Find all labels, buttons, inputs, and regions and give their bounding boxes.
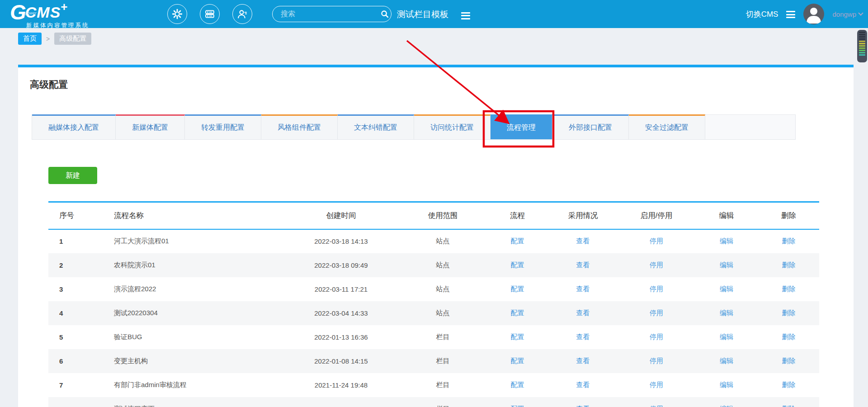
- switch-cms-button[interactable]: 切换CMS: [746, 9, 778, 19]
- delete-link: 删除: [758, 253, 819, 277]
- adoption-view-link[interactable]: 查看: [576, 405, 590, 407]
- enable-disable-link[interactable]: 停用: [650, 333, 663, 341]
- flow-config-link: 配置: [487, 277, 548, 301]
- adoption-view-link[interactable]: 查看: [576, 285, 590, 293]
- tab-3[interactable]: 转发重用配置: [185, 114, 261, 139]
- app-logo[interactable]: G CMS + power 新媒体内容管理系统: [10, 2, 90, 29]
- enable-disable-link[interactable]: 停用: [650, 237, 663, 245]
- enable-disable-link: 停用: [618, 277, 695, 301]
- row-number: 3: [48, 277, 82, 301]
- workflow-name: 演示流程2022: [82, 277, 283, 301]
- tab-5[interactable]: 文本纠错配置: [338, 114, 414, 139]
- tab-2[interactable]: 新媒体配置: [116, 114, 185, 139]
- delete-link[interactable]: 删除: [782, 333, 796, 341]
- delete-link: 删除: [758, 229, 819, 253]
- settings-icon[interactable]: [167, 4, 187, 24]
- flow-config-link[interactable]: 配置: [511, 309, 524, 317]
- avatar[interactable]: [803, 4, 824, 24]
- delete-link[interactable]: 删除: [782, 261, 796, 269]
- delete-link: 删除: [758, 373, 819, 397]
- page-title: 高级配置: [30, 78, 854, 91]
- delete-link: 删除: [758, 349, 819, 373]
- edit-link[interactable]: 编辑: [720, 285, 733, 293]
- current-template-name[interactable]: 测试栏目模板: [397, 9, 448, 20]
- tab-9[interactable]: 安全过滤配置: [629, 114, 705, 139]
- usage-scope: 栏目: [399, 325, 487, 349]
- edit-link[interactable]: 编辑: [720, 357, 733, 364]
- usage-scope: 站点: [399, 301, 487, 325]
- edit-link[interactable]: 编辑: [720, 333, 733, 341]
- delete-link[interactable]: 删除: [782, 405, 796, 407]
- tab-bar: 融媒体接入配置新媒体配置转发重用配置风格组件配置文本纠错配置访问统计配置流程管理…: [32, 114, 796, 140]
- flow-config-link[interactable]: 配置: [511, 285, 524, 293]
- flow-config-link[interactable]: 配置: [511, 237, 524, 245]
- adoption-view-link[interactable]: 查看: [576, 261, 590, 269]
- workflow-name: 测试20220304: [82, 301, 283, 325]
- enable-disable-link[interactable]: 停用: [650, 261, 663, 269]
- edit-link[interactable]: 编辑: [720, 309, 733, 317]
- flow-config-link[interactable]: 配置: [511, 333, 524, 341]
- enable-disable-link[interactable]: 停用: [650, 285, 663, 293]
- search-input[interactable]: [273, 10, 378, 18]
- row-number: 7: [48, 373, 82, 397]
- top-navigation-bar: G CMS + power 新媒体内容管理系统: [0, 0, 868, 28]
- modules-icon[interactable]: [200, 4, 220, 24]
- flow-config-link[interactable]: 配置: [511, 405, 524, 407]
- delete-link[interactable]: 删除: [782, 237, 796, 245]
- tab-1[interactable]: 融媒体接入配置: [32, 114, 116, 139]
- enable-disable-link[interactable]: 停用: [650, 381, 663, 388]
- delete-link: 删除: [758, 325, 819, 349]
- adoption-view-link[interactable]: 查看: [576, 357, 590, 364]
- adoption-view-link[interactable]: 查看: [576, 333, 590, 341]
- search-button[interactable]: [378, 6, 391, 22]
- enable-disable-link: 停用: [618, 229, 695, 253]
- scrollbar-minimap[interactable]: [857, 30, 867, 62]
- user-plus-icon: [237, 9, 248, 20]
- user-menu[interactable]: dongwp: [832, 10, 863, 18]
- column-header: 流程: [487, 202, 548, 229]
- edit-link[interactable]: 编辑: [720, 381, 733, 388]
- edit-link[interactable]: 编辑: [720, 261, 733, 269]
- delete-link[interactable]: 删除: [782, 381, 796, 388]
- breadcrumb-home[interactable]: 首页: [18, 33, 42, 45]
- enable-disable-link[interactable]: 停用: [650, 309, 663, 317]
- card-accent-bar: [18, 65, 854, 67]
- delete-link[interactable]: 删除: [782, 285, 796, 293]
- create-new-button[interactable]: 新建: [48, 167, 97, 184]
- tab-4[interactable]: 风格组件配置: [261, 114, 338, 139]
- enable-disable-link: 停用: [618, 373, 695, 397]
- adoption-view-link: 查看: [548, 253, 618, 277]
- edit-link: 编辑: [695, 325, 758, 349]
- logo-power-text: power: [25, 11, 37, 15]
- column-header: 创建时间: [283, 202, 399, 229]
- row-number: 5: [48, 325, 82, 349]
- workflow-table-wrap: 序号流程名称创建时间使用范围流程采用情况启用/停用编辑删除 1河工大演示流程01…: [48, 201, 819, 407]
- edit-link[interactable]: 编辑: [720, 405, 733, 407]
- tab-7-active[interactable]: 流程管理: [491, 114, 552, 139]
- adoption-view-link[interactable]: 查看: [576, 381, 590, 388]
- adoption-view-link[interactable]: 查看: [576, 237, 590, 245]
- tab-8[interactable]: 外部接口配置: [552, 114, 629, 139]
- edit-link: 编辑: [695, 349, 758, 373]
- template-menu-icon[interactable]: [461, 10, 470, 21]
- main-menu-icon[interactable]: [786, 9, 795, 20]
- workflow-table: 序号流程名称创建时间使用范围流程采用情况启用/停用编辑删除 1河工大演示流程01…: [48, 201, 819, 407]
- enable-disable-link[interactable]: 停用: [650, 357, 663, 364]
- flow-config-link[interactable]: 配置: [511, 357, 524, 364]
- flow-config-link[interactable]: 配置: [511, 381, 524, 388]
- edit-link[interactable]: 编辑: [720, 237, 733, 245]
- flow-config-link[interactable]: 配置: [511, 261, 524, 269]
- person-icon: [803, 4, 824, 24]
- enable-disable-link[interactable]: 停用: [650, 405, 663, 407]
- user-admin-icon[interactable]: [232, 4, 252, 24]
- delete-link[interactable]: 删除: [782, 309, 796, 317]
- delete-link: 删除: [758, 277, 819, 301]
- adoption-view-link[interactable]: 查看: [576, 309, 590, 317]
- adoption-view-link: 查看: [548, 301, 618, 325]
- row-number: 4: [48, 301, 82, 325]
- table-row: 1河工大演示流程012022-03-18 14:13站点配置查看停用编辑删除: [48, 229, 819, 253]
- table-row: 6变更主机构2022-01-08 14:15栏目配置查看停用编辑删除: [48, 349, 819, 373]
- delete-link[interactable]: 删除: [782, 357, 796, 364]
- tab-6[interactable]: 访问统计配置: [414, 114, 491, 139]
- edit-link: 编辑: [695, 229, 758, 253]
